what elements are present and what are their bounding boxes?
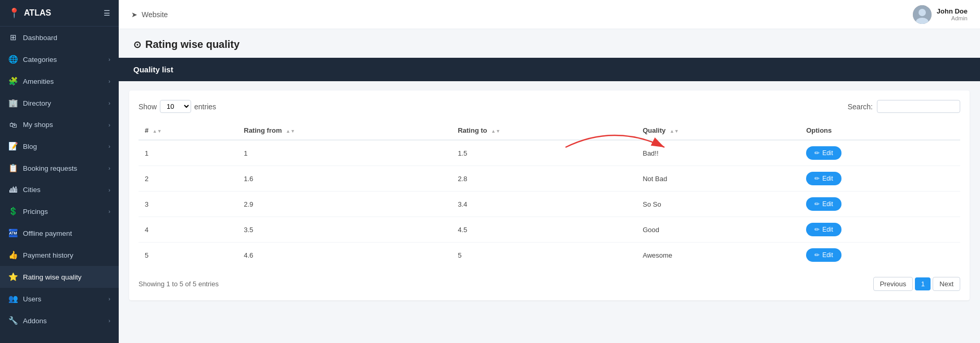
nav-item-left-amenities: 🧩 Amenities bbox=[8, 77, 54, 86]
sidebar-logo: 📍 ATLAS bbox=[8, 7, 51, 19]
cell-rating-from-2: 2.9 bbox=[237, 192, 451, 217]
sidebar-item-amenities[interactable]: 🧩 Amenities › bbox=[0, 70, 119, 92]
page-title-icon: ⊙ bbox=[133, 39, 141, 50]
sidebar-item-pricings[interactable]: 💲 Pricings › bbox=[0, 200, 119, 222]
nav-arrow-my-shops: › bbox=[108, 122, 110, 128]
nav-icon-my-shops: 🛍 bbox=[8, 120, 18, 129]
edit-button-2[interactable]: ✏ Edit bbox=[806, 197, 841, 211]
cell-rating-from-1: 1.6 bbox=[237, 166, 451, 192]
pencil-icon-0: ✏ bbox=[814, 149, 820, 157]
nav-icon-categories: 🌐 bbox=[8, 55, 18, 64]
nav-item-left-dashboard: ⊞ Dashboard bbox=[8, 33, 57, 42]
nav-icon-directory: 🏢 bbox=[8, 98, 18, 108]
table-header-row: # ▲▼ Rating from ▲▼ Rating to ▲▼ bbox=[139, 121, 960, 140]
nav-label-offline-payment: Offline payment bbox=[23, 230, 72, 237]
nav-label-pricings: Pricings bbox=[23, 208, 48, 215]
sidebar-item-directory[interactable]: 🏢 Directory › bbox=[0, 92, 119, 114]
nav-label-my-shops: My shops bbox=[23, 121, 53, 129]
sidebar-item-dashboard[interactable]: ⊞ Dashboard bbox=[0, 27, 119, 48]
topbar: ➤ Website John Doe Admin bbox=[119, 0, 980, 29]
nav-label-categories: Categories bbox=[23, 56, 57, 63]
current-page[interactable]: 1 bbox=[915, 277, 931, 290]
sidebar-item-users[interactable]: 👥 Users › bbox=[0, 288, 119, 310]
edit-button-3[interactable]: ✏ Edit bbox=[806, 223, 841, 236]
edit-button-4[interactable]: ✏ Edit bbox=[806, 248, 841, 262]
pencil-icon-2: ✏ bbox=[814, 200, 820, 208]
cell-rating-to-1: 2.8 bbox=[451, 166, 636, 192]
search-input[interactable] bbox=[877, 100, 960, 113]
page-title: ⊙ Rating wise quality bbox=[133, 39, 240, 50]
send-icon: ➤ bbox=[131, 10, 137, 19]
showing-entries: Showing 1 to 5 of 5 entries bbox=[139, 280, 219, 288]
sidebar-item-categories[interactable]: 🌐 Categories › bbox=[0, 48, 119, 70]
nav-item-left-my-shops: 🛍 My shops bbox=[8, 120, 53, 129]
nav-icon-users: 👥 bbox=[8, 294, 18, 303]
sort-icon-num[interactable]: ▲▼ bbox=[153, 129, 162, 134]
cell-rating-from-0: 1 bbox=[237, 140, 451, 166]
hamburger-button[interactable]: ☰ bbox=[104, 9, 110, 17]
nav-label-booking-requests: Booking requests bbox=[23, 164, 77, 172]
table-footer: Showing 1 to 5 of 5 entries Previous 1 N… bbox=[139, 277, 960, 291]
table-container: Show 10 25 50 100 entries Search: bbox=[129, 91, 970, 300]
topbar-user: John Doe Admin bbox=[913, 5, 968, 24]
search-label: Search: bbox=[848, 103, 873, 111]
nav-label-dashboard: Dashboard bbox=[23, 34, 57, 42]
sort-icon-rating-from[interactable]: ▲▼ bbox=[286, 129, 295, 134]
cell-rating-to-4: 5 bbox=[451, 243, 636, 268]
sort-icon-rating-to[interactable]: ▲▼ bbox=[491, 129, 500, 134]
nav-label-directory: Directory bbox=[23, 99, 51, 107]
nav-arrow-categories: › bbox=[108, 56, 110, 62]
nav-item-left-directory: 🏢 Directory bbox=[8, 98, 51, 108]
nav-icon-pricings: 💲 bbox=[8, 207, 18, 216]
col-num: # ▲▼ bbox=[139, 121, 237, 140]
cell-rating-to-2: 3.4 bbox=[451, 192, 636, 217]
content-area: ⊙ Rating wise quality Quality list Show … bbox=[119, 29, 980, 343]
sidebar: 📍 ATLAS ☰ ⊞ Dashboard 🌐 Categories › 🧩 A… bbox=[0, 0, 119, 343]
nav-item-left-addons: 🔧 Addons bbox=[8, 316, 47, 325]
sidebar-item-booking-requests[interactable]: 📋 Booking requests › bbox=[0, 157, 119, 179]
table-row: 5 4.6 5 Awesome ✏ Edit bbox=[139, 243, 960, 268]
sidebar-item-my-shops[interactable]: 🛍 My shops › bbox=[0, 114, 119, 135]
sidebar-item-blog[interactable]: 📝 Blog › bbox=[0, 135, 119, 157]
cell-options-2: ✏ Edit bbox=[800, 192, 960, 217]
nav-item-left-pricings: 💲 Pricings bbox=[8, 207, 48, 216]
nav-icon-blog: 📝 bbox=[8, 142, 18, 151]
sidebar-nav: ⊞ Dashboard 🌐 Categories › 🧩 Amenities ›… bbox=[0, 27, 119, 343]
next-button[interactable]: Next bbox=[933, 277, 960, 291]
nav-item-left-users: 👥 Users bbox=[8, 294, 41, 303]
entries-select[interactable]: 10 25 50 100 bbox=[160, 100, 191, 113]
nav-arrow-pricings: › bbox=[108, 208, 110, 214]
col-quality: Quality ▲▼ bbox=[636, 121, 800, 140]
avatar bbox=[913, 5, 932, 24]
sidebar-item-offline-payment[interactable]: 🏧 Offline payment bbox=[0, 222, 119, 244]
user-name: John Doe bbox=[937, 7, 968, 15]
nav-label-payment-history: Payment history bbox=[23, 251, 73, 259]
nav-arrow-users: › bbox=[108, 296, 110, 302]
page-title-text: Rating wise quality bbox=[145, 39, 240, 50]
svg-point-1 bbox=[919, 9, 926, 16]
nav-item-left-rating-wise-quality: ⭐ Rating wise quality bbox=[8, 272, 82, 282]
cell-quality-0: Bad!! bbox=[636, 140, 800, 166]
nav-arrow-addons: › bbox=[108, 317, 110, 324]
edit-button-1[interactable]: ✏ Edit bbox=[806, 172, 841, 185]
quality-table: # ▲▼ Rating from ▲▼ Rating to ▲▼ bbox=[139, 121, 960, 268]
sidebar-item-rating-wise-quality[interactable]: ⭐ Rating wise quality bbox=[0, 266, 119, 288]
sidebar-item-cities[interactable]: 🏙 Cities › bbox=[0, 179, 119, 200]
previous-button[interactable]: Previous bbox=[873, 277, 913, 291]
sidebar-item-payment-history[interactable]: 👍 Payment history bbox=[0, 244, 119, 266]
table-wrapper: # ▲▼ Rating from ▲▼ Rating to ▲▼ bbox=[139, 121, 960, 268]
nav-label-rating-wise-quality: Rating wise quality bbox=[23, 273, 82, 281]
show-label: Show bbox=[139, 103, 157, 111]
table-header: # ▲▼ Rating from ▲▼ Rating to ▲▼ bbox=[139, 121, 960, 140]
nav-arrow-cities: › bbox=[108, 187, 110, 193]
nav-label-cities: Cities bbox=[23, 186, 41, 194]
cell-num-4: 5 bbox=[139, 243, 237, 268]
nav-item-left-blog: 📝 Blog bbox=[8, 142, 37, 151]
nav-arrow-booking-requests: › bbox=[108, 165, 110, 171]
topbar-website-link[interactable]: ➤ Website bbox=[131, 10, 168, 19]
cell-options-4: ✏ Edit bbox=[800, 243, 960, 268]
edit-button-0[interactable]: ✏ Edit bbox=[806, 146, 841, 160]
nav-icon-amenities: 🧩 bbox=[8, 77, 18, 86]
sidebar-item-addons[interactable]: 🔧 Addons › bbox=[0, 310, 119, 332]
sort-icon-quality[interactable]: ▲▼ bbox=[670, 129, 679, 134]
